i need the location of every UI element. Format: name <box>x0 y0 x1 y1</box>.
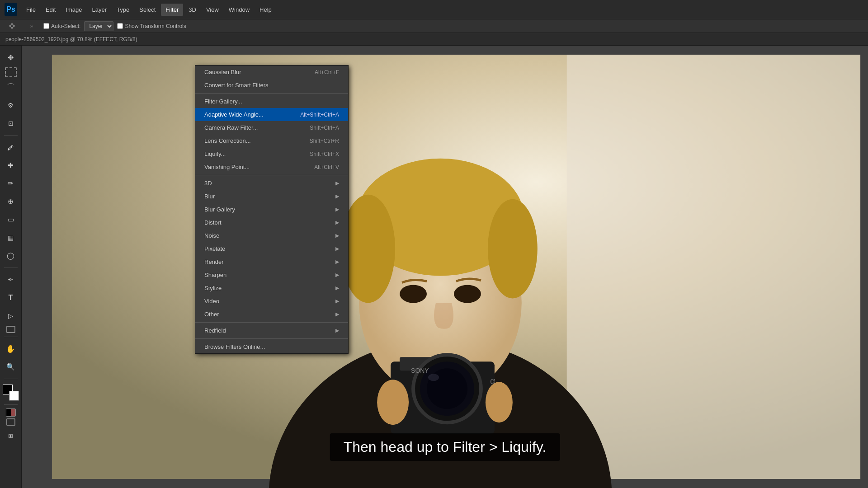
filter-menu-sharpen[interactable]: Sharpen ▶ <box>195 268 348 282</box>
canvas-image: SONY α 7 <box>22 46 868 488</box>
filter-menu-redfield[interactable]: Redfield ▶ <box>195 324 348 337</box>
show-transform-checkbox[interactable]: Show Transform Controls <box>117 23 186 29</box>
filter-menu-camera-raw[interactable]: Camera Raw Filter... Shift+Ctrl+A <box>195 121 348 134</box>
filter-sep-4 <box>195 338 348 339</box>
subtitle-text: Then head up to Filter > Liquify. <box>344 439 547 455</box>
3d-arrow: ▶ <box>335 180 339 186</box>
filter-menu-convert-smart[interactable]: Convert for Smart Filters <box>195 79 348 92</box>
filter-menu-adaptive-wide[interactable]: Adaptive Wide Angle... Alt+Shift+Ctrl+A <box>195 108 348 121</box>
document-tab[interactable]: people-2569502_1920.jpg @ 70.8% (EFFECT,… <box>0 33 868 46</box>
gradient-tool[interactable]: ▦ <box>3 230 19 246</box>
svg-point-20 <box>400 285 427 303</box>
svg-point-21 <box>454 285 481 303</box>
color-swatches[interactable] <box>3 385 19 401</box>
filter-menu-other[interactable]: Other ▶ <box>195 308 348 321</box>
noise-arrow: ▶ <box>335 233 339 239</box>
render-label: Render <box>204 258 224 265</box>
menu-item-filter[interactable]: Filter <box>161 4 183 16</box>
shape-tool[interactable] <box>6 326 15 333</box>
filter-menu-blur[interactable]: Blur ▶ <box>195 190 348 203</box>
menu-item-view[interactable]: View <box>202 4 223 16</box>
app-logo: Ps <box>4 2 18 17</box>
dodge-tool[interactable]: ◯ <box>3 248 19 264</box>
filter-sep-1 <box>195 93 348 94</box>
move-tool[interactable]: ✥ <box>3 49 19 66</box>
gaussian-blur-label: Gaussian Blur <box>204 69 241 75</box>
zoom-tool[interactable]: 🔍 <box>3 359 19 375</box>
vanishing-point-shortcut: Alt+Ctrl+V <box>314 164 339 170</box>
move-tool-icon: ✥ <box>4 18 20 34</box>
camera-raw-shortcut: Shift+Ctrl+A <box>310 125 339 131</box>
lasso-tool[interactable]: ⌒ <box>3 79 19 95</box>
brush-tool[interactable]: ✏ <box>3 175 19 192</box>
3d-label: 3D <box>204 180 212 187</box>
tool-sep-3 <box>4 337 18 337</box>
quick-mask-tool[interactable] <box>6 408 16 417</box>
filter-menu-noise[interactable]: Noise ▶ <box>195 229 348 242</box>
menu-item-layer[interactable]: Layer <box>88 4 112 16</box>
distort-arrow: ▶ <box>335 220 339 225</box>
eraser-tool[interactable]: ▭ <box>3 211 19 228</box>
menu-item-3d[interactable]: 3D <box>184 4 201 16</box>
blur-gallery-label: Blur Gallery <box>204 206 235 213</box>
filter-menu-distort[interactable]: Distort ▶ <box>195 216 348 229</box>
menu-item-help[interactable]: Help <box>255 4 276 16</box>
menu-item-select[interactable]: Select <box>135 4 160 16</box>
menu-item-window[interactable]: Window <box>224 4 254 16</box>
marquee-tool[interactable] <box>5 67 17 77</box>
liquify-label: Liquify... <box>204 150 226 157</box>
background-color[interactable] <box>9 391 19 401</box>
stylize-arrow: ▶ <box>335 285 339 291</box>
quick-select-tool[interactable]: ⚙ <box>3 97 19 113</box>
show-transform-label: Show Transform Controls <box>125 23 186 29</box>
filter-menu-pixelate[interactable]: Pixelate ▶ <box>195 242 348 255</box>
pixelate-arrow: ▶ <box>335 246 339 252</box>
doc-tab-label: people-2569502_1920.jpg @ 70.8% (EFFECT,… <box>5 36 137 42</box>
menu-item-image[interactable]: Image <box>61 4 86 16</box>
adaptive-wide-shortcut: Alt+Shift+Ctrl+A <box>300 112 339 118</box>
filter-menu-lens-correction[interactable]: Lens Correction... Shift+Ctrl+R <box>195 134 348 147</box>
layer-select[interactable]: Layer <box>84 21 113 31</box>
clone-tool[interactable]: ⊕ <box>3 193 19 210</box>
pen-tool[interactable]: ✒ <box>3 272 19 288</box>
filter-menu-liquify[interactable]: Liquify... Shift+Ctrl+X <box>195 147 348 160</box>
hand-tool[interactable]: ✋ <box>3 341 19 357</box>
filter-menu-gaussian-blur[interactable]: Gaussian Blur Alt+Ctrl+F <box>195 66 348 79</box>
type-tool[interactable]: T <box>3 290 19 306</box>
gaussian-blur-shortcut: Alt+Ctrl+F <box>315 69 339 75</box>
filter-menu-stylize[interactable]: Stylize ▶ <box>195 282 348 295</box>
auto-select-label: Auto-Select: <box>51 23 80 29</box>
other-label: Other <box>204 311 219 318</box>
menu-item-edit[interactable]: Edit <box>41 4 60 16</box>
filter-menu-3d[interactable]: 3D ▶ <box>195 177 348 190</box>
filter-menu-browse-online[interactable]: Browse Filters Online... <box>195 340 348 353</box>
auto-select-check[interactable] <box>43 23 49 29</box>
options-toolbar: ✥ » Auto-Select: Layer Show Transform Co… <box>0 19 868 33</box>
filter-menu-blur-gallery[interactable]: Blur Gallery ▶ <box>195 203 348 216</box>
filter-menu-vanishing-point[interactable]: Vanishing Point... Alt+Ctrl+V <box>195 160 348 174</box>
menubar: Ps File Edit Image Layer Type Select Fil… <box>0 0 868 19</box>
svg-point-14 <box>428 374 439 381</box>
filter-sep-2 <box>195 175 348 175</box>
crop-tool[interactable]: ⊡ <box>3 115 19 131</box>
blur-label: Blur <box>204 193 215 200</box>
healing-tool[interactable]: ✚ <box>3 157 19 174</box>
tool-sep-2 <box>4 267 18 268</box>
artboard-tool[interactable]: ⊞ <box>3 427 19 444</box>
path-select-tool[interactable]: ▷ <box>3 308 19 324</box>
menu-item-type[interactable]: Type <box>112 4 134 16</box>
filter-sep-3 <box>195 322 348 323</box>
lens-correction-label: Lens Correction... <box>204 137 251 144</box>
screen-mode-tool[interactable] <box>6 418 15 426</box>
show-transform-check[interactable] <box>117 23 123 29</box>
menu-item-file[interactable]: File <box>22 4 40 16</box>
filter-menu-render[interactable]: Render ▶ <box>195 255 348 268</box>
filter-menu-video[interactable]: Video ▶ <box>195 295 348 308</box>
filter-menu-filter-gallery[interactable]: Filter Gallery... <box>195 95 348 108</box>
auto-select-checkbox[interactable]: Auto-Select: <box>43 23 80 29</box>
subtitle-overlay: Then head up to Filter > Liquify. <box>330 433 560 461</box>
expand-icon: » <box>24 18 40 34</box>
eyedropper-tool[interactable]: 🖉 <box>3 139 19 155</box>
tool-sep-5 <box>4 404 18 405</box>
distort-label: Distort <box>204 219 222 226</box>
